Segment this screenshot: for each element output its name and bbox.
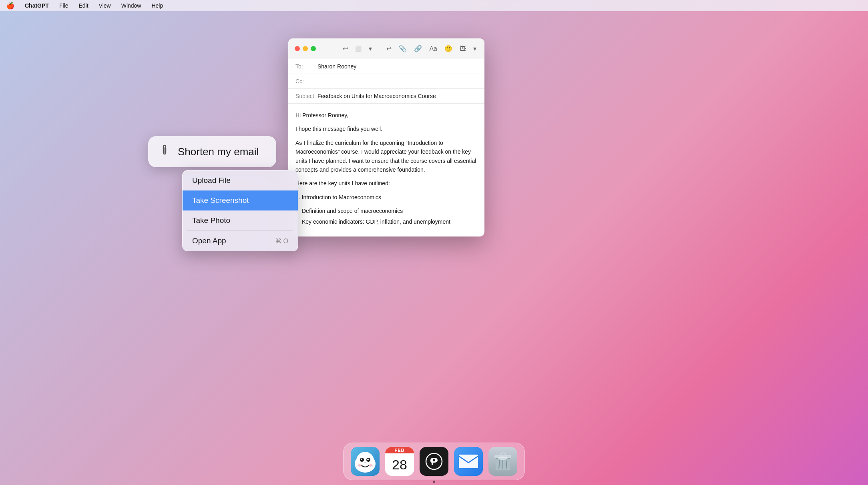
mail-bullet-list: Definition and scope of macroeconomics K…: [302, 206, 477, 226]
dock-icon-trash[interactable]: [488, 447, 517, 476]
subject-field-row: Subject: Feedback on Units for Macroecon…: [288, 89, 484, 104]
font-icon[interactable]: Aa: [428, 44, 439, 54]
menubar: 🍎 ChatGPT File Edit View Window Help: [0, 0, 868, 11]
attachment-title: Shorten my email: [178, 146, 259, 158]
dock-icon-chatgpt[interactable]: [420, 447, 448, 476]
subject-label: Subject:: [295, 93, 317, 99]
attachment-popup: Shorten my email: [148, 136, 276, 167]
more-icon[interactable]: ▾: [472, 43, 478, 54]
svg-point-10: [433, 459, 435, 461]
svg-point-8: [369, 464, 373, 467]
menubar-edit[interactable]: Edit: [77, 2, 90, 10]
mail-bullet-2: Key economic indicators: GDP, inflation,…: [302, 217, 477, 226]
svg-point-7: [358, 464, 362, 467]
toolbar-actions: ↩ ⬜ ▾ ↩ 📎 🔗 Aa 🙂 🖼 ▾: [341, 43, 478, 54]
mail-line1: I hope this message finds you well.: [295, 124, 477, 133]
apple-menu[interactable]: 🍎: [5, 1, 16, 10]
menu-item-upload-file[interactable]: Upload File: [183, 170, 298, 190]
calendar-day: 28: [392, 453, 407, 476]
to-field-row: To: Sharon Rooney: [288, 59, 484, 74]
menu-item-take-photo[interactable]: Take Photo: [183, 210, 298, 230]
dropdown-menu: Upload File Take Screenshot Take Photo O…: [182, 170, 298, 251]
cc-label: Cc:: [295, 78, 317, 84]
take-screenshot-label: Take Screenshot: [192, 196, 249, 205]
mail-body[interactable]: Hi Professor Rooney, I hope this message…: [288, 104, 484, 236]
emoji-icon[interactable]: 🙂: [443, 43, 454, 54]
menubar-app-name[interactable]: ChatGPT: [23, 2, 50, 10]
mail-line4: 1. Introduction to Macroeconomics: [295, 193, 477, 202]
mail-greeting: Hi Professor Rooney,: [295, 111, 477, 120]
dock-icon-finder[interactable]: [351, 447, 380, 476]
mail-fields: To: Sharon Rooney Cc: Subject: Feedback …: [288, 59, 484, 104]
svg-point-5: [361, 459, 362, 460]
back-icon[interactable]: ↩: [341, 43, 350, 54]
svg-rect-18: [500, 453, 505, 456]
to-value[interactable]: Sharon Rooney: [317, 63, 477, 70]
paperclip-icon: [158, 143, 171, 160]
minimize-button[interactable]: [303, 46, 308, 51]
link-icon[interactable]: 🔗: [412, 43, 424, 54]
open-app-label: Open App: [192, 236, 226, 245]
subject-value[interactable]: Feedback on Units for Macroeconomics Cou…: [317, 93, 477, 99]
reply-icon[interactable]: ↩: [385, 43, 393, 54]
to-label: To:: [295, 63, 317, 70]
expand-icon[interactable]: ⬜: [354, 44, 363, 53]
dock-indicator: [433, 481, 435, 483]
menubar-view[interactable]: View: [97, 2, 113, 10]
svg-point-19: [498, 457, 508, 460]
cc-field-row: Cc:: [288, 74, 484, 89]
upload-file-label: Upload File: [192, 176, 231, 185]
menubar-help[interactable]: Help: [150, 2, 165, 10]
open-app-shortcut: ⌘ O: [275, 237, 288, 245]
dock-icon-mail[interactable]: [454, 447, 483, 476]
attachment-icon[interactable]: 📎: [397, 43, 408, 54]
mail-bullet-1: Definition and scope of macroeconomics: [302, 206, 477, 215]
take-photo-label: Take Photo: [192, 216, 230, 225]
image-icon[interactable]: 🖼: [458, 44, 468, 54]
dock: FEB 28: [343, 443, 525, 480]
mail-compose-window: ↩ ⬜ ▾ ↩ 📎 🔗 Aa 🙂 🖼 ▾ To: Sharon Rooney C…: [288, 38, 484, 236]
menu-item-take-screenshot[interactable]: Take Screenshot: [183, 190, 298, 210]
svg-rect-11: [459, 455, 478, 468]
dropdown-icon[interactable]: ▾: [367, 43, 374, 54]
mail-line3: Here are the key units I have outlined:: [295, 179, 477, 188]
mail-toolbar: ↩ ⬜ ▾ ↩ 📎 🔗 Aa 🙂 🖼 ▾: [288, 38, 484, 59]
mail-line2: As I finalize the curriculum for the upc…: [295, 138, 477, 174]
close-button[interactable]: [295, 46, 300, 51]
dock-icon-calendar[interactable]: FEB 28: [385, 447, 414, 476]
menubar-file[interactable]: File: [58, 2, 70, 10]
menu-item-open-app[interactable]: Open App ⌘ O: [183, 231, 298, 251]
calendar-month: FEB: [385, 447, 414, 453]
traffic-lights: [295, 46, 316, 51]
maximize-button[interactable]: [311, 46, 316, 51]
menubar-window[interactable]: Window: [120, 2, 143, 10]
svg-point-6: [367, 459, 369, 460]
